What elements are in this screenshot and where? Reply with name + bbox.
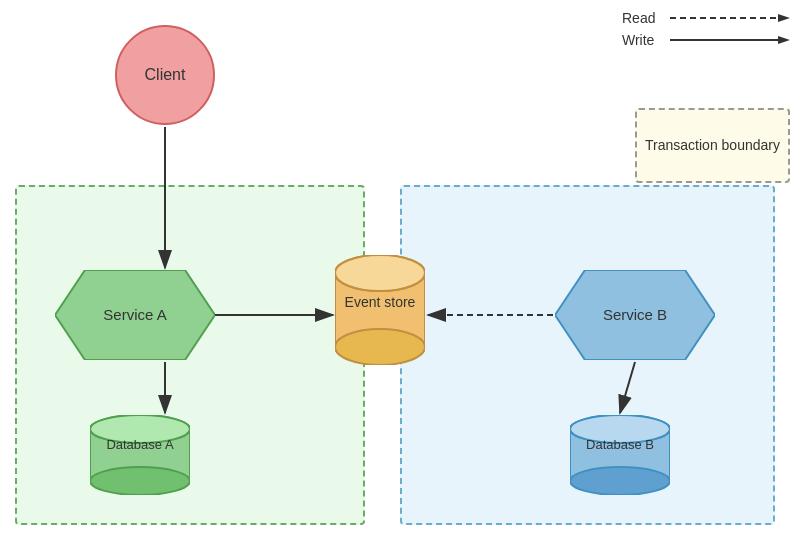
database-a-label: Database A (106, 437, 173, 452)
transaction-boundary-label: Transaction boundary (645, 136, 780, 156)
diagram-container: Read Write Transaction boundary (0, 0, 800, 551)
transaction-boundary-box: Transaction boundary (635, 108, 790, 183)
client-node: Client (115, 25, 215, 125)
legend-read-label: Read (622, 10, 662, 26)
legend-write-label: Write (622, 32, 662, 48)
database-b-node: Database B (570, 415, 670, 495)
service-b-label: Service B (603, 305, 667, 325)
svg-point-8 (335, 329, 425, 365)
event-store-label: Event store (345, 294, 416, 310)
svg-point-12 (90, 467, 190, 495)
database-a-node: Database A (90, 415, 190, 495)
legend-write: Write (622, 32, 790, 48)
database-b-label: Database B (586, 437, 654, 452)
service-b-node: Service B (555, 270, 715, 360)
svg-marker-1 (778, 14, 790, 22)
legend-read: Read (622, 10, 790, 26)
client-label: Client (145, 66, 186, 84)
service-a-node: Service A (55, 270, 215, 360)
service-a-label: Service A (103, 305, 166, 325)
svg-point-16 (570, 467, 670, 495)
event-store-node: Event store (335, 255, 425, 365)
svg-marker-3 (778, 36, 790, 44)
svg-point-9 (335, 255, 425, 291)
legend: Read Write (622, 10, 790, 48)
